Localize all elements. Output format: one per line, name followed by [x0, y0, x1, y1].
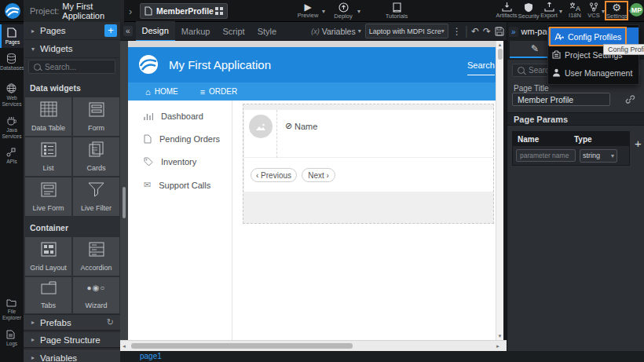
sidebar-item-apis[interactable]: APIs — [0, 148, 24, 165]
tab-script[interactable]: Script — [217, 22, 251, 41]
scroll-up-icon[interactable]: ▲ — [496, 42, 503, 47]
widget-label: Live Form — [32, 204, 64, 212]
add-page-button[interactable]: + — [104, 24, 117, 37]
deploy-label: Deploy — [330, 13, 357, 20]
web-services-label: Web Services — [0, 95, 24, 108]
page-structure-section-header[interactable]: ▸ Page Structure — [24, 331, 120, 348]
sidebar-item-databases[interactable]: Databases — [0, 53, 24, 71]
preview-button[interactable]: ▶ Preview — [295, 2, 321, 19]
page-title-input[interactable] — [512, 93, 610, 106]
canvas-horizontal-scrollbar[interactable]: ◄ ► — [120, 340, 507, 351]
pagination-row: ‹ Previous Next › — [244, 158, 493, 192]
export-button[interactable]: Export — [537, 2, 561, 19]
export-chevron-icon[interactable]: ▾ — [559, 8, 562, 15]
vcs-label: VCS — [584, 12, 603, 19]
refresh-icon[interactable]: ↻ — [107, 317, 114, 327]
widget-data-table[interactable]: Data Table — [25, 97, 71, 136]
tab-label: Style — [258, 27, 276, 36]
save-icon[interactable] — [495, 27, 504, 36]
next-button[interactable]: Next › — [302, 168, 335, 182]
i18n-button[interactable]: A I18N — [564, 2, 586, 19]
folder-icon — [6, 298, 17, 307]
sidebar-item-file-explorer[interactable]: File Explorer — [0, 298, 24, 321]
widgets-section-header[interactable]: ▾ Widgets — [24, 40, 120, 58]
redo-icon[interactable]: ↷ — [483, 26, 491, 37]
menu-item-support-calls[interactable]: ✉ Support Calls — [144, 180, 210, 190]
widget-search[interactable]: Search... — [28, 60, 115, 74]
device-select[interactable]: Laptop with MDPI Screen ▾ — [365, 24, 448, 38]
settings-button[interactable]: ⚙ Settings — [605, 1, 628, 20]
preview-chevron-icon[interactable]: ▾ — [322, 8, 325, 15]
undo-icon[interactable]: ↶ — [471, 26, 479, 37]
scroll-right-icon[interactable]: ► — [496, 344, 500, 349]
add-param-button[interactable]: + — [635, 137, 642, 150]
ruler-scroll-thumb[interactable] — [123, 187, 126, 218]
widget-accordion[interactable]: Accordion — [73, 237, 119, 276]
widget-list[interactable]: List — [25, 137, 71, 176]
param-name-input[interactable] — [516, 149, 576, 162]
caret-right-icon: ▸ — [31, 319, 35, 326]
prefabs-section-header[interactable]: ▸ Prefabs ↻ — [24, 314, 120, 331]
widget-label: Wizard — [85, 302, 107, 309]
variables-dropdown[interactable]: (x) Variables ▾ — [311, 27, 361, 36]
tab-markup[interactable]: Markup — [175, 22, 217, 41]
deploy-chevron-icon[interactable]: ▾ — [357, 8, 360, 15]
widget-tabs[interactable]: Tabs — [25, 277, 71, 313]
tab-style[interactable]: Style — [251, 22, 283, 41]
vcs-button[interactable]: VCS — [584, 2, 603, 19]
param-type-select[interactable]: string ▾ — [580, 149, 617, 163]
deploy-button[interactable]: Deploy — [330, 2, 357, 20]
pages-section-header[interactable]: ▸ Pages + — [24, 22, 120, 40]
device-select-value: Laptop with MDPI Screen — [369, 27, 441, 35]
collapse-panel-icon[interactable]: « — [123, 26, 133, 36]
sidebar-item-logs[interactable]: Logs — [0, 330, 24, 347]
app-search-link[interactable]: Search — [467, 60, 495, 75]
user-avatar[interactable]: MP — [630, 3, 643, 16]
page-grid-icon[interactable] — [215, 7, 223, 15]
nav-order[interactable]: ≡ ORDER — [200, 87, 238, 97]
tab-label: Script — [223, 27, 245, 36]
canvas-ruler — [120, 41, 128, 351]
page-selector[interactable]: MemberProfile — [140, 3, 228, 19]
menu-item-label: Dashboard — [161, 112, 203, 121]
menu-item-config-profiles[interactable]: Config Profiles — [548, 27, 639, 46]
sidebar-item-pages[interactable]: Pages — [0, 24, 24, 48]
bind-link-icon[interactable] — [625, 94, 635, 104]
sidebar-item-web-services[interactable]: Web Services — [0, 83, 24, 108]
previous-button[interactable]: ‹ Previous — [251, 168, 297, 182]
menu-item-dashboard[interactable]: Dashboard — [144, 112, 203, 121]
nav-home[interactable]: ⌂ HOME — [145, 87, 178, 97]
tab-page1[interactable]: page1 — [140, 352, 162, 360]
scroll-left-icon[interactable]: ◄ — [122, 344, 126, 349]
list-item[interactable]: ⊘ Name — [244, 110, 493, 158]
deploy-icon — [330, 2, 357, 13]
name-field-label[interactable]: Name — [295, 122, 317, 131]
project-breadcrumb[interactable]: Project: My First Application — [24, 0, 124, 22]
widget-live-form[interactable]: Live Form — [25, 177, 71, 216]
vscroll-thumb[interactable] — [498, 49, 503, 60]
list-widget-container[interactable]: ⊘ Name ‹ Previous Next › — [243, 104, 494, 224]
widget-wizard[interactable]: ●◉○ Wizard — [73, 277, 119, 313]
page-params-header[interactable]: Page Params — [507, 112, 644, 126]
canvas-vertical-scrollbar[interactable]: ▲ ▼ — [496, 41, 503, 340]
menu-item-user-management[interactable]: User Management — [548, 64, 639, 82]
widget-cards[interactable]: Cards — [73, 137, 119, 176]
expand-panel-icon[interactable]: » — [509, 27, 518, 37]
tab-design[interactable]: Design — [136, 21, 175, 42]
widget-form[interactable]: Form — [73, 97, 119, 136]
hscroll-thumb[interactable] — [131, 343, 353, 349]
app-header[interactable]: My First Application Search — [128, 47, 496, 82]
menu-item-inventory[interactable]: Inventory — [144, 157, 196, 166]
tutorials-button[interactable]: Tutorials — [381, 2, 412, 20]
avatar-placeholder[interactable] — [249, 115, 273, 138]
variables-section-header[interactable]: ▸ Variables — [24, 349, 120, 362]
widget-grid-layout[interactable]: Grid Layout — [25, 237, 71, 276]
menu-item-label: Support Calls — [159, 181, 210, 190]
form-icon — [89, 97, 104, 121]
menu-item-pending-orders[interactable]: Pending Orders — [144, 134, 220, 144]
design-canvas: My First Application Search ⌂ HOME ≡ ORD… — [128, 41, 496, 340]
scroll-down-icon[interactable]: ▼ — [496, 334, 503, 338]
widget-live-filter[interactable]: Live Filter — [73, 177, 119, 216]
sidebar-item-java-services[interactable]: Java Services — [0, 116, 24, 140]
kebab-menu-icon[interactable]: ⋮ — [452, 26, 462, 37]
